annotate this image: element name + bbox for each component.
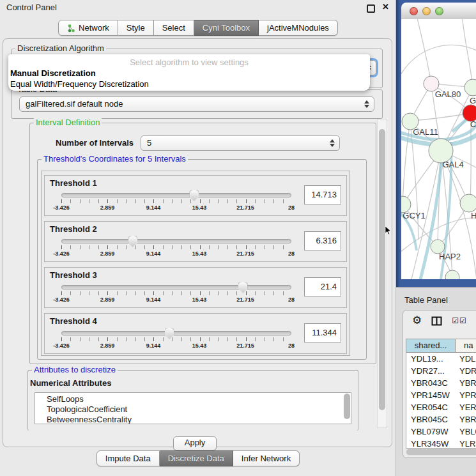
- close-icon[interactable]: ✕: [382, 2, 389, 12]
- cell[interactable]: YBL079W: [406, 426, 456, 438]
- tab-style[interactable]: Style: [118, 20, 154, 36]
- tab-network[interactable]: Network: [58, 20, 118, 36]
- scale-tick: -3.426: [53, 250, 70, 257]
- scale-tick: -3.426: [53, 342, 70, 349]
- table-row[interactable]: YDL19...YDL1: [406, 353, 476, 365]
- node-top-right[interactable]: [464, 79, 476, 96]
- cell[interactable]: YBR045C: [406, 413, 456, 426]
- slider-track[interactable]: [61, 331, 291, 335]
- zoom-traffic-light-icon[interactable]: [435, 7, 443, 15]
- minimize-traffic-light-icon[interactable]: [422, 7, 431, 15]
- tab-jactivemnodules[interactable]: jActiveMNodules: [259, 20, 338, 36]
- list-item[interactable]: BetweennessCentrality: [47, 415, 351, 424]
- float-window-icon[interactable]: [367, 4, 375, 13]
- tab-cyni-toolbox[interactable]: Cyni Toolbox: [194, 20, 259, 36]
- gear-icon[interactable]: ⚙: [412, 314, 422, 327]
- node-h[interactable]: [460, 194, 476, 212]
- table-row[interactable]: YBL079WYBL0: [406, 426, 476, 438]
- split-columns-icon[interactable]: [431, 316, 442, 326]
- tab-impute-data-label: Impute Data: [105, 454, 151, 463]
- slider-track[interactable]: [61, 193, 291, 197]
- scale-tick: 2.859: [100, 250, 115, 257]
- list-item[interactable]: SelfLoops: [47, 394, 351, 404]
- control-panel-titlebar: Control Panel ✕: [0, 0, 395, 15]
- interval-definition-title: Interval Definition: [34, 118, 102, 127]
- dropdown-option-manual[interactable]: Manual Discretization: [10, 68, 96, 78]
- cell[interactable]: YDL19...: [406, 353, 456, 365]
- cell[interactable]: YPR145W: [406, 389, 456, 401]
- cell[interactable]: YBL0: [456, 426, 476, 438]
- column-header-name[interactable]: na: [456, 339, 476, 353]
- cell[interactable]: YER0: [456, 401, 476, 413]
- threshold-3-value-field[interactable]: 21.4: [304, 277, 341, 296]
- threshold-3-slider[interactable]: [61, 285, 291, 289]
- network-window-titlebar[interactable]: [401, 3, 476, 20]
- dropdown-option-equal-width[interactable]: Equal Width/Frequency Discretization: [10, 79, 149, 89]
- cell[interactable]: YLR345W: [406, 438, 456, 449]
- table-data-combobox[interactable]: galFiltered.sif default node: [19, 96, 374, 112]
- tab-infer-network[interactable]: Infer Network: [233, 450, 300, 466]
- close-traffic-light-icon[interactable]: [410, 7, 418, 15]
- scale-tick: -3.426: [53, 204, 70, 211]
- node-table[interactable]: shared... na YDL19...YDL1 YDR27...YDR2 Y…: [406, 339, 476, 449]
- cell[interactable]: YLR3: [456, 438, 476, 449]
- table-row[interactable]: YLR345WYLR3: [406, 438, 476, 449]
- dropdown-prompt[interactable]: Select algorithm to view settings: [8, 58, 370, 67]
- thresholds-group-title: Threshold's Coordinates for 5 Intervals: [42, 154, 188, 164]
- cell[interactable]: YPR1: [456, 389, 476, 401]
- scale-tick: 9.144: [146, 296, 161, 303]
- table-row[interactable]: YBR045CYBR0: [406, 413, 476, 426]
- number-of-intervals-combobox[interactable]: 5: [141, 135, 340, 151]
- cell[interactable]: YDL1: [456, 353, 476, 365]
- cell[interactable]: YER054C: [406, 401, 456, 413]
- node-bottom[interactable]: [445, 270, 459, 279]
- threshold-3-label: Threshold 3: [50, 270, 97, 280]
- slider-scale: -3.426 2.859 9.144 15.43 21.715 28: [61, 204, 291, 212]
- panel-scrollbar[interactable]: [377, 119, 387, 428]
- tab-infer-network-label: Infer Network: [242, 454, 291, 463]
- list-scrollbar-thumb[interactable]: [344, 394, 350, 419]
- tab-impute-data[interactable]: Impute Data: [96, 450, 160, 466]
- interval-definition-group: Interval Definition Number of Intervals …: [29, 123, 376, 364]
- list-item[interactable]: TopologicalCoefficient: [47, 404, 351, 415]
- table-horizontal-scrollbar-thumb[interactable]: [406, 449, 476, 455]
- table-row[interactable]: YPR145WYPR1: [406, 389, 476, 401]
- threshold-2-value-field[interactable]: 6.316: [304, 231, 341, 250]
- tab-network-label: Network: [79, 23, 109, 33]
- table-horizontal-scrollbar[interactable]: [406, 449, 476, 456]
- scale-tick: 21.715: [236, 250, 254, 257]
- scale-tick: 28: [288, 204, 295, 211]
- combo-stepper-icon: [330, 139, 335, 147]
- table-row[interactable]: YBR043CYBR0: [406, 377, 476, 389]
- panel-scrollbar-thumb[interactable]: [379, 129, 385, 410]
- tab-discretize-data[interactable]: Discretize Data: [160, 450, 233, 466]
- node-label-hap2: HAP2: [439, 252, 461, 261]
- table-row[interactable]: YDR27...YDR2: [406, 365, 476, 377]
- threshold-4-slider[interactable]: [61, 331, 291, 335]
- threshold-1-slider[interactable]: [61, 193, 291, 197]
- cell[interactable]: YDR27...: [406, 365, 456, 377]
- cell[interactable]: YBR0: [456, 377, 476, 389]
- threshold-1-value-field[interactable]: 14.713: [304, 185, 341, 204]
- cell[interactable]: YBR043C: [406, 377, 456, 389]
- cell[interactable]: YDR2: [456, 365, 476, 377]
- column-header-shared-name[interactable]: shared...: [406, 339, 456, 353]
- tab-select[interactable]: Select: [154, 20, 194, 36]
- threshold-2-slider[interactable]: [61, 239, 291, 243]
- number-of-intervals-value: 5: [147, 138, 151, 148]
- checkboxes-icon[interactable]: ☑☑: [452, 316, 467, 325]
- panel-title: Control Panel: [6, 3, 57, 12]
- tab-select-label: Select: [162, 23, 185, 33]
- table-row[interactable]: YER054CYER0: [406, 401, 476, 413]
- numerical-attributes-list[interactable]: SelfLoops TopologicalCoefficient Between…: [35, 392, 351, 424]
- node-label-clipped-h: H: [471, 211, 476, 220]
- network-window: GAL80 GA C GAL11 GAL4 GCY1 H HAP2: [396, 0, 476, 287]
- apply-button[interactable]: Apply: [173, 436, 217, 450]
- network-canvas[interactable]: GAL80 GA C GAL11 GAL4 GCY1 H HAP2: [401, 19, 476, 279]
- scale-tick: 28: [288, 342, 295, 349]
- threshold-1-label: Threshold 1: [50, 178, 97, 188]
- threshold-4-value-field[interactable]: 11.344: [304, 323, 341, 342]
- slider-track[interactable]: [61, 239, 291, 243]
- cell[interactable]: YBR0: [456, 413, 476, 426]
- slider-track[interactable]: [61, 285, 291, 289]
